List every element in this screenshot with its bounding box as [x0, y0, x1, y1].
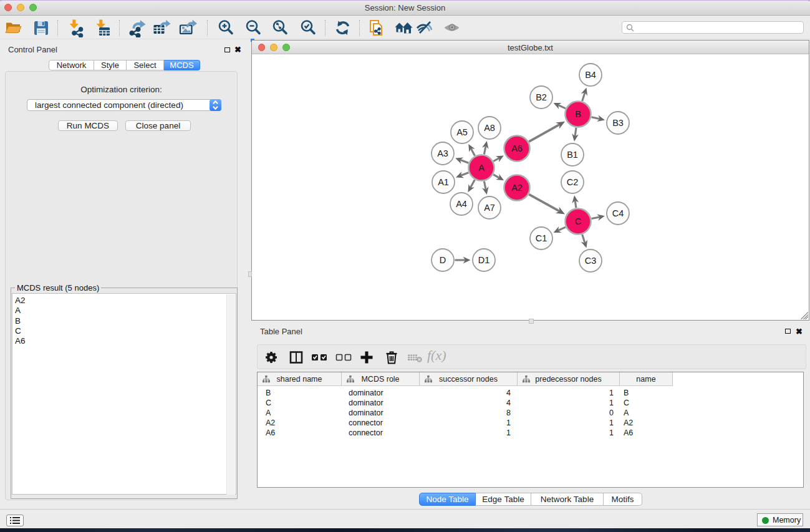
svg-text:B1: B1 — [567, 150, 578, 160]
svg-text:A1: A1 — [438, 177, 449, 187]
svg-text:B2: B2 — [536, 92, 547, 102]
svg-text:A8: A8 — [484, 123, 495, 133]
svg-text:D1: D1 — [478, 255, 490, 265]
svg-text:A7: A7 — [484, 203, 495, 213]
svg-text:B3: B3 — [612, 118, 624, 128]
svg-text:A: A — [478, 163, 485, 173]
svg-text:A3: A3 — [437, 148, 448, 158]
svg-text:C2: C2 — [567, 177, 579, 187]
svg-text:C4: C4 — [612, 208, 624, 218]
svg-text:A6: A6 — [511, 143, 523, 153]
svg-text:C: C — [575, 216, 581, 226]
svg-text:B: B — [575, 109, 581, 119]
svg-text:C1: C1 — [536, 233, 547, 243]
svg-text:C3: C3 — [585, 256, 597, 266]
svg-text:A2: A2 — [511, 183, 523, 193]
svg-text:A4: A4 — [456, 199, 467, 209]
svg-text:A5: A5 — [456, 127, 468, 137]
svg-text:D: D — [440, 255, 446, 265]
svg-text:B4: B4 — [585, 70, 596, 80]
